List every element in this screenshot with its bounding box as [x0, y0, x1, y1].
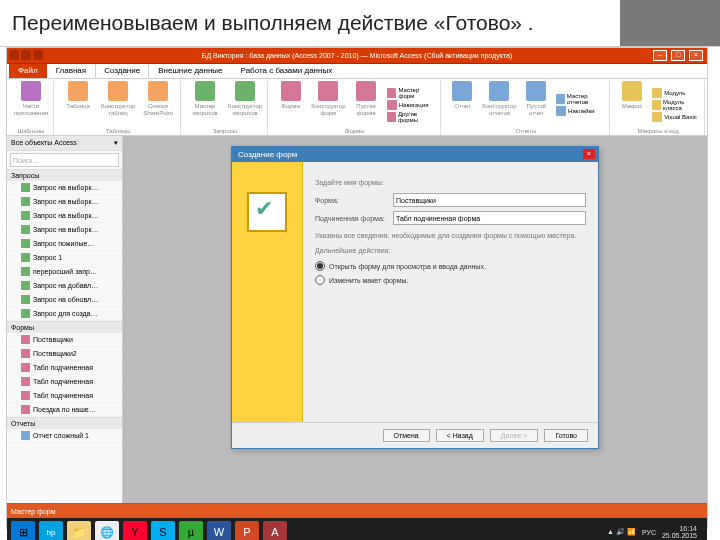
lang-indicator[interactable]: РУС — [642, 529, 656, 536]
nav-item[interactable]: переросший запр… — [7, 265, 122, 279]
form-wizard-button[interactable]: Мастер форм — [387, 87, 436, 99]
nav-item[interactable]: Поставщики — [7, 333, 122, 347]
nav-item[interactable]: Запрос на выборк… — [7, 195, 122, 209]
group-reports-label: Отчеты — [447, 128, 606, 135]
radio-modify-design[interactable]: Изменить макет формы. — [315, 275, 586, 285]
save-icon[interactable] — [9, 50, 19, 60]
wizard-close-button[interactable]: × — [583, 149, 595, 159]
nav-item[interactable]: Запрос на обновл… — [7, 293, 122, 307]
app-parts-button[interactable]: Части приложения — [13, 81, 49, 128]
tab-home[interactable]: Главная — [47, 63, 95, 78]
visual-basic-button[interactable]: Visual Basic — [652, 112, 700, 122]
explorer-icon[interactable]: 📁 — [67, 521, 91, 540]
group-tables-label: Таблицы — [60, 128, 176, 135]
tab-file[interactable]: Файл — [9, 63, 47, 78]
form-button[interactable]: Форма — [274, 81, 307, 128]
utorrent-icon[interactable]: µ — [179, 521, 203, 540]
slide-title: Переименовываем и выполняем действие «Го… — [12, 11, 534, 35]
form-name-input[interactable] — [393, 193, 586, 207]
object-icon — [21, 309, 30, 318]
nav-item[interactable]: Табл подчиненная — [7, 389, 122, 403]
table-design-button[interactable]: Конструктор таблиц — [100, 81, 136, 128]
object-icon — [21, 405, 30, 414]
nav-item[interactable]: Запрос на выборк… — [7, 223, 122, 237]
query-design-button[interactable]: Конструктор запросов — [227, 81, 263, 128]
quick-access-toolbar — [9, 50, 43, 60]
nav-item[interactable]: Запрос 1 — [7, 251, 122, 265]
maximize-button[interactable]: □ — [671, 50, 685, 61]
minimize-button[interactable]: – — [653, 50, 667, 61]
report-wizard-button[interactable]: Мастер отчетов — [556, 93, 605, 105]
query-wizard-button[interactable]: Мастер запросов — [187, 81, 223, 128]
access-icon[interactable]: A — [263, 521, 287, 540]
wizard-finish-button[interactable]: Готово — [544, 429, 588, 442]
sharepoint-lists-button[interactable]: Списки SharePoint — [140, 81, 176, 128]
radio-open-form[interactable]: Открыть форму для просмотра и ввода данн… — [315, 261, 586, 271]
wizard-next-button[interactable]: Далее > — [490, 429, 539, 442]
nav-item[interactable]: Запрос на выборк… — [7, 209, 122, 223]
object-icon — [21, 335, 30, 344]
group-queries-label: Запросы — [187, 128, 263, 135]
undo-icon[interactable] — [21, 50, 31, 60]
form-design-button[interactable]: Конструктор форм — [311, 81, 345, 128]
navigation-button[interactable]: Навигация — [387, 100, 436, 110]
object-icon — [21, 431, 30, 440]
nav-section-reports[interactable]: Отчеты — [7, 417, 122, 429]
redo-icon[interactable] — [33, 50, 43, 60]
wizard-back-button[interactable]: < Назад — [436, 429, 484, 442]
window-titlebar: БД Виктория : база данных (Access 2007 -… — [7, 48, 707, 64]
document-area: Создание форм × Задайте имя формы: Форма… — [123, 136, 707, 503]
nav-item[interactable]: Поставщики2 — [7, 347, 122, 361]
wizard-question: Дальнейшие действия: — [315, 246, 586, 255]
nav-header[interactable]: Все объекты Access▾ — [7, 136, 122, 151]
wizard-cancel-button[interactable]: Отмена — [383, 429, 430, 442]
object-icon — [21, 363, 30, 372]
tray-icons: ▲ 🔊 📶 — [607, 528, 636, 536]
window-title: БД Виктория : база данных (Access 2007 -… — [202, 52, 512, 59]
tab-database-tools[interactable]: Работа с базами данных — [232, 63, 342, 78]
subform-name-input[interactable] — [393, 211, 586, 225]
status-bar: Мастер форм — [7, 503, 707, 518]
skype-icon[interactable]: S — [151, 521, 175, 540]
module-button[interactable]: Модуль — [652, 88, 700, 98]
nav-item[interactable]: Запрос на добавл… — [7, 279, 122, 293]
access-window: БД Виктория : база данных (Access 2007 -… — [6, 47, 708, 529]
macro-button[interactable]: Макрос — [616, 81, 648, 128]
nav-item[interactable]: Поездка по наше… — [7, 403, 122, 417]
labels-button[interactable]: Наклейки — [556, 106, 605, 116]
nav-item[interactable]: Табл подчиненная — [7, 361, 122, 375]
word-icon[interactable]: W — [207, 521, 231, 540]
nav-item[interactable]: Запрос пожилые… — [7, 237, 122, 251]
report-design-button[interactable]: Конструктор отчетов — [482, 81, 516, 128]
nav-item[interactable]: Запрос для созда… — [7, 307, 122, 321]
form-wizard-dialog: Создание форм × Задайте имя формы: Форма… — [231, 146, 599, 449]
nav-search[interactable]: Поиск... — [10, 153, 119, 167]
class-module-button[interactable]: Модуль класса — [652, 99, 700, 111]
close-button[interactable]: × — [689, 50, 703, 61]
table-button[interactable]: Таблица — [60, 81, 96, 128]
yabrowser-icon[interactable]: Y — [123, 521, 147, 540]
powerpoint-icon[interactable]: P — [235, 521, 259, 540]
blank-form-button[interactable]: Пустая форма — [349, 81, 382, 128]
blank-report-button[interactable]: Пустой отчет — [520, 81, 552, 128]
tab-create[interactable]: Создание — [95, 63, 149, 78]
wizard-titlebar: Создание форм × — [232, 147, 598, 162]
start-button[interactable]: ⊞ — [11, 521, 35, 540]
object-icon — [21, 253, 30, 262]
nav-item[interactable]: Табл подчиненная — [7, 375, 122, 389]
report-button[interactable]: Отчет — [447, 81, 479, 128]
hp-icon[interactable]: hp — [39, 521, 63, 540]
nav-item[interactable]: Запрос на выборк… — [7, 181, 122, 195]
clock-time: 16:14 — [679, 525, 697, 532]
group-templates-label: Шаблоны — [13, 128, 49, 135]
system-tray[interactable]: ▲ 🔊 📶 РУС 16:14 25.05.2015 — [607, 525, 703, 539]
nav-section-queries[interactable]: Запросы — [7, 169, 122, 181]
object-icon — [21, 377, 30, 386]
object-icon — [21, 211, 30, 220]
tab-external[interactable]: Внешние данные — [149, 63, 231, 78]
chrome-icon[interactable]: 🌐 — [95, 521, 119, 540]
nav-item[interactable]: Отчет сложный 1 — [7, 429, 122, 443]
radio-icon — [315, 275, 325, 285]
more-forms-button[interactable]: Другие формы — [387, 111, 436, 123]
nav-section-forms[interactable]: Формы — [7, 321, 122, 333]
